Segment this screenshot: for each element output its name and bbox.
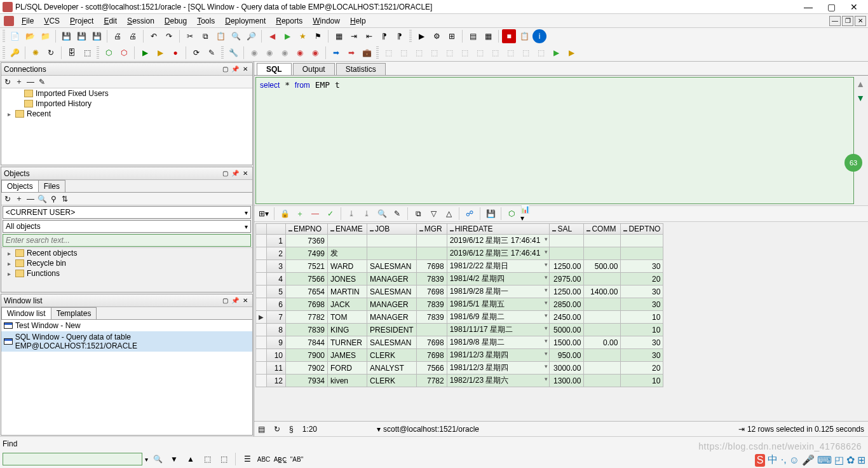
- bookmark-list-button[interactable]: ⚑: [311, 29, 325, 43]
- save-button[interactable]: 💾: [59, 29, 73, 43]
- deploy3-button[interactable]: ⬚: [412, 46, 426, 60]
- mdi-minimize-button[interactable]: —: [829, 16, 841, 26]
- nav3-button[interactable]: 💼: [360, 46, 374, 60]
- grid-post-button[interactable]: ✓: [323, 207, 337, 221]
- obj-filter-icon[interactable]: ⚲: [48, 194, 58, 204]
- grid-find-button[interactable]: 🔍: [375, 207, 389, 221]
- prefs-button[interactable]: ✺: [29, 46, 43, 60]
- deploy11-button[interactable]: ⬚: [534, 46, 548, 60]
- obj-opts-icon[interactable]: 📌: [231, 169, 240, 178]
- menu-file[interactable]: File: [17, 15, 39, 27]
- dbg2-button[interactable]: ◉: [262, 46, 276, 60]
- open-button[interactable]: 📂: [23, 29, 37, 43]
- obj-sort-icon[interactable]: ⇅: [60, 194, 70, 204]
- print-button[interactable]: 🖨: [111, 29, 125, 43]
- objects-tab-objects[interactable]: Objects: [1, 180, 39, 192]
- object-search-input[interactable]: [3, 234, 251, 247]
- break-button[interactable]: ●: [168, 46, 182, 60]
- deploy10-button[interactable]: ⬚: [519, 46, 532, 60]
- help-button[interactable]: i: [532, 29, 546, 43]
- tray-smile-icon[interactable]: ☺: [789, 455, 799, 466]
- deploy12-button[interactable]: ▶: [549, 46, 563, 60]
- conn-refresh-icon[interactable]: ↻: [3, 77, 13, 87]
- grid-filter2-button[interactable]: ▽: [426, 207, 440, 221]
- find-prev-icon[interactable]: ▼: [167, 453, 181, 465]
- close-button[interactable]: ✕: [843, 1, 865, 13]
- panel-opts-icon[interactable]: 📌: [231, 65, 240, 74]
- grid-copy-button[interactable]: ⧉: [411, 207, 425, 221]
- find-highlight-icon[interactable]: ⬚: [200, 453, 214, 465]
- grid-chart-button[interactable]: 📊▾: [520, 207, 534, 221]
- indent-button[interactable]: ⇥: [347, 29, 361, 43]
- obj-pin-icon[interactable]: ▢: [220, 169, 229, 178]
- grid-single-button[interactable]: ⬡: [505, 207, 519, 221]
- object-folder[interactable]: ▸Recent objects: [1, 248, 252, 258]
- save-all-button[interactable]: 💾: [74, 29, 88, 43]
- find-input[interactable]: [3, 453, 142, 465]
- find-list-icon[interactable]: ☰: [240, 453, 254, 465]
- deploy9-button[interactable]: ⬚: [503, 46, 517, 60]
- conn-del-icon[interactable]: —: [25, 77, 36, 87]
- copy-button[interactable]: ⧉: [198, 29, 212, 43]
- grid-link-button[interactable]: ☍: [463, 207, 477, 221]
- paste-button[interactable]: 📋: [214, 29, 227, 43]
- stop-button[interactable]: ■: [502, 29, 516, 43]
- explain-button[interactable]: ⚙: [430, 29, 444, 43]
- dbg5-button[interactable]: ◉: [308, 46, 322, 60]
- menu-session[interactable]: Session: [122, 15, 159, 27]
- connection-item[interactable]: Imported History: [1, 99, 252, 109]
- wl-close-icon[interactable]: ✕: [241, 296, 250, 305]
- objects-tree[interactable]: ▸Recent objects▸Recycle bin▸Functions: [1, 247, 252, 292]
- object-filter-combo[interactable]: All objects▾: [3, 220, 251, 233]
- find-abc-icon[interactable]: ABC: [257, 453, 271, 465]
- print-setup-button[interactable]: 🖨: [126, 29, 140, 43]
- obj-close-icon[interactable]: ✕: [241, 169, 250, 178]
- grid-fetchall-button[interactable]: ⤓: [360, 207, 374, 221]
- find-ab-icon[interactable]: "AB": [290, 453, 304, 465]
- redo-button[interactable]: ↷: [162, 29, 176, 43]
- grid-fx-button[interactable]: ✎: [390, 207, 404, 221]
- editor-down-icon[interactable]: ▼: [856, 93, 865, 103]
- deploy5-button[interactable]: ⬚: [442, 46, 456, 60]
- panel-pin-icon[interactable]: ▢: [220, 65, 229, 74]
- grid-sort-button[interactable]: △: [442, 207, 456, 221]
- new-button[interactable]: 📄: [8, 29, 22, 43]
- comment-button[interactable]: ⁋: [377, 29, 391, 43]
- uncomment-button[interactable]: ⁋: [393, 29, 407, 43]
- dbg1-button[interactable]: ◉: [247, 46, 261, 60]
- refresh-button[interactable]: ↻: [44, 46, 58, 60]
- windowlist-body[interactable]: Test Window - NewSQL Window - Query data…: [1, 320, 252, 435]
- conn-edit-icon[interactable]: ✎: [37, 77, 47, 87]
- describe-button[interactable]: ⊞: [445, 29, 459, 43]
- schema-browse-button[interactable]: 🗄: [65, 46, 79, 60]
- windowlist-tab-window-list[interactable]: Window list: [1, 307, 51, 319]
- dbg3-button[interactable]: ◉: [278, 46, 292, 60]
- deploy6-button[interactable]: ⬚: [458, 46, 471, 60]
- deploy1-button[interactable]: ⬚: [381, 46, 395, 60]
- menu-deployment[interactable]: Deployment: [220, 15, 271, 27]
- beautify-button[interactable]: ✎: [205, 46, 219, 60]
- tray-grid-icon[interactable]: ⊞: [857, 454, 865, 466]
- run-button[interactable]: ▶: [138, 46, 152, 60]
- window-list-button[interactable]: ▤: [466, 29, 480, 43]
- undo-button[interactable]: ↶: [147, 29, 161, 43]
- menu-vcs[interactable]: VCS: [39, 15, 65, 27]
- deploy13-button[interactable]: ▶: [564, 46, 578, 60]
- key-button[interactable]: 🔧: [226, 46, 240, 60]
- status-nav-icon[interactable]: ↻: [274, 425, 280, 434]
- menu-debug[interactable]: Debug: [159, 15, 192, 27]
- find-next-button[interactable]: 🔎: [244, 29, 258, 43]
- maximize-button[interactable]: ▢: [820, 1, 843, 13]
- back-button[interactable]: ◀: [265, 29, 279, 43]
- connection-item[interactable]: Imported Fixed Users: [1, 88, 252, 99]
- execute-button[interactable]: ▶: [414, 29, 428, 43]
- window-item[interactable]: SQL Window - Query data of table EMP@LOC…: [1, 331, 252, 352]
- obj-del-icon[interactable]: —: [25, 194, 36, 204]
- find-binoculars-icon[interactable]: 🔍: [151, 453, 165, 465]
- outdent-button[interactable]: ⇤: [362, 29, 376, 43]
- find-h2-icon[interactable]: ⬚: [217, 453, 231, 465]
- sql-tab-sql[interactable]: SQL: [257, 63, 292, 75]
- current-user-combo[interactable]: <CURRENT USER>▾: [3, 206, 251, 219]
- menu-edit[interactable]: Edit: [98, 15, 122, 27]
- forward-button[interactable]: ▶: [280, 29, 294, 43]
